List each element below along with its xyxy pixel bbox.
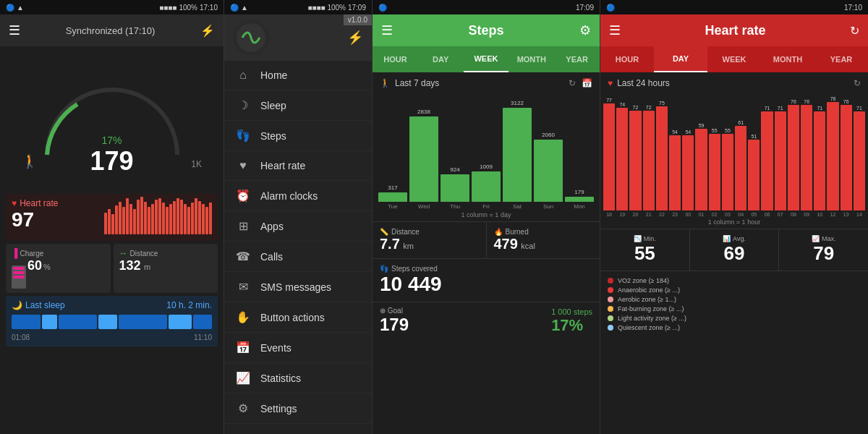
hr-mini-bar-27 xyxy=(202,204,205,234)
distance-icon: ↔ xyxy=(119,248,128,258)
status-icons-left: 🔵 ▲ xyxy=(6,4,24,12)
gauge-center: 17% 179 xyxy=(90,135,133,176)
charge-stat[interactable]: ▐ Charge 60 % xyxy=(6,244,111,293)
charge-label: ▐ Charge xyxy=(12,248,105,258)
bar-label-Sun: Sun xyxy=(543,203,553,210)
alarm_clocks-menu-icon: ⏰ xyxy=(236,189,250,203)
hr-refresh-icon[interactable]: ↻ xyxy=(850,24,859,38)
steps-gear-icon[interactable]: ⚙ xyxy=(579,22,591,38)
menu-item-heart_rate[interactable]: ♥Heart rate xyxy=(224,151,372,181)
menu-item-steps[interactable]: 👣Steps xyxy=(224,121,372,151)
tab-hr-hour[interactable]: HOUR xyxy=(600,46,654,72)
distance-stat-icon: 📏 xyxy=(380,228,388,236)
hamburger-icon[interactable]: ☰ xyxy=(9,22,20,38)
sb3-right: 17:09 xyxy=(576,4,594,12)
bar-val-Mon: 179 xyxy=(574,189,584,195)
steps-stats-row: 📏 Distance 7.7 km 🔥 Burned 479 kcal xyxy=(373,221,600,258)
tab-steps-hour[interactable]: HOUR xyxy=(373,46,418,72)
bar-rect-Sat xyxy=(503,108,532,202)
hr-bar-21: 72 21 xyxy=(643,105,655,217)
menu-item-home[interactable]: ⌂Home xyxy=(224,61,372,90)
home-menu-icon: ⌂ xyxy=(236,69,250,82)
distance-stat[interactable]: ↔ Distance 132 m xyxy=(114,244,218,293)
hr-bar-label-20: 20 xyxy=(633,212,639,217)
charge-icon-bar xyxy=(12,265,26,289)
hr-bar-val-13: 76 xyxy=(843,99,849,104)
menu-item-button_actions[interactable]: ✋Button actions xyxy=(224,302,372,333)
settings-menu-icon: ⚙ xyxy=(236,401,250,415)
hr-mini-bar-14 xyxy=(155,200,158,234)
hr-bar-val-21: 72 xyxy=(646,105,652,110)
menu-item-alarm_clocks[interactable]: ⏰Alarm clocks xyxy=(224,181,372,211)
menu-item-apps[interactable]: ⊞Apps xyxy=(224,211,372,242)
hr-mini-bar-3 xyxy=(115,205,118,234)
tab-steps-month[interactable]: MONTH xyxy=(509,46,554,72)
heart-rate-widget[interactable]: ♥ Heart rate 97 xyxy=(6,194,218,241)
tab-hr-week[interactable]: WEEK xyxy=(707,46,761,72)
legend-label: VO2 zone (≥ 184) xyxy=(618,277,669,284)
menu-item-settings[interactable]: ⚙Settings xyxy=(224,393,372,424)
sleep-menu-icon: ☽ xyxy=(236,98,250,112)
hr-max-icon: 📈 xyxy=(812,235,820,242)
calendar-icon[interactable]: 📅 xyxy=(582,78,592,88)
menu-item-statistics[interactable]: 📈Statistics xyxy=(224,363,372,393)
hr-bar-01: 59 01 xyxy=(695,123,707,217)
charge-unit: % xyxy=(43,263,51,271)
menu-item-sms[interactable]: ✉SMS messages xyxy=(224,272,372,302)
hr-bar-rect-21 xyxy=(643,111,655,210)
status-bar-3: 🔵 17:09 xyxy=(373,0,600,14)
menu-item-events[interactable]: 📅Events xyxy=(224,333,372,363)
step-bar-Mon: 179 Mon xyxy=(565,189,594,210)
hr-bar-label-14: 14 xyxy=(856,212,862,217)
menu-item-sleep[interactable]: ☽Sleep xyxy=(224,90,372,121)
hr-min-cell: 📉 Min. 55 xyxy=(600,229,690,271)
hr-bar-label-09: 09 xyxy=(804,212,809,217)
sb4-bt: 🔵 xyxy=(606,4,615,12)
bar-val-Sat: 3122 xyxy=(511,100,524,106)
sleep-timeline xyxy=(12,313,212,331)
hr-mini-bar-5 xyxy=(122,207,125,234)
tab-hr-day[interactable]: DAY xyxy=(654,46,707,72)
hr-mini-bar-12 xyxy=(148,207,150,234)
tab-steps-week[interactable]: WEEK xyxy=(464,46,509,72)
hr-bar-13: 76 13 xyxy=(841,99,852,217)
refresh-icon[interactable]: ↻ xyxy=(569,78,576,88)
chart-period-label: Last 7 days xyxy=(395,78,439,88)
burned-cell: 🔥 Burned 479 kcal xyxy=(487,222,600,258)
goal-percent: 17% xyxy=(551,316,592,335)
hr-bar-22: 75 22 xyxy=(656,101,668,217)
sleep-start: 01:08 xyxy=(12,333,30,341)
tab-steps-day[interactable]: DAY xyxy=(418,46,464,72)
hr-menu-icon[interactable]: ☰ xyxy=(609,22,621,38)
hr-bar-val-02: 55 xyxy=(712,128,718,133)
hr-mini-bar-13 xyxy=(151,204,154,234)
step-bar-Wed: 2838 Wed xyxy=(409,109,438,210)
legend-item: VO2 zone (≥ 184) xyxy=(608,277,861,284)
hr-chart-refresh[interactable]: ↻ xyxy=(854,78,861,88)
goal-left: ⊕ Goal 179 xyxy=(380,307,409,335)
bluetooth-icon[interactable]: ⚡ xyxy=(200,24,215,38)
sleep-widget[interactable]: 🌙 Last sleep 10 h. 2 min. 01:08 11:10 xyxy=(6,296,218,346)
hr-bar-val-06: 71 xyxy=(765,106,770,111)
tab-hr-year[interactable]: YEAR xyxy=(814,46,868,72)
hr-bar-label-23: 23 xyxy=(672,212,678,217)
hr-tab-bar: HOURDAYWEEKMONTHYEAR xyxy=(600,46,868,72)
bar-label-Fri: Fri xyxy=(482,203,489,210)
settings-menu-label: Settings xyxy=(260,403,297,414)
tab-steps-year[interactable]: YEAR xyxy=(554,46,600,72)
sms-menu-label: SMS messages xyxy=(260,281,331,293)
sb2-time: 17:09 xyxy=(348,4,366,12)
sleep-header: 🌙 Last sleep 10 h. 2 min. xyxy=(12,300,212,310)
step-bar-Tue: 317 Tue xyxy=(378,184,407,210)
button_actions-menu-icon: ✋ xyxy=(236,310,250,324)
hr-bar-label-04: 04 xyxy=(738,212,744,217)
hr-mini-bar-7 xyxy=(129,204,132,234)
legend-item: Aerobic zone (≥ 1...) xyxy=(608,296,861,303)
steps-menu-icon[interactable]: ☰ xyxy=(381,22,393,38)
calls-menu-icon: ☎ xyxy=(236,250,250,263)
menu-item-calls[interactable]: ☎Calls xyxy=(224,242,372,272)
gauge-steps: 179 xyxy=(90,146,133,176)
hr-bar-rect-13 xyxy=(841,105,852,210)
tab-hr-month[interactable]: MONTH xyxy=(761,46,814,72)
step-bar-Thu: 924 Thu xyxy=(441,166,469,210)
